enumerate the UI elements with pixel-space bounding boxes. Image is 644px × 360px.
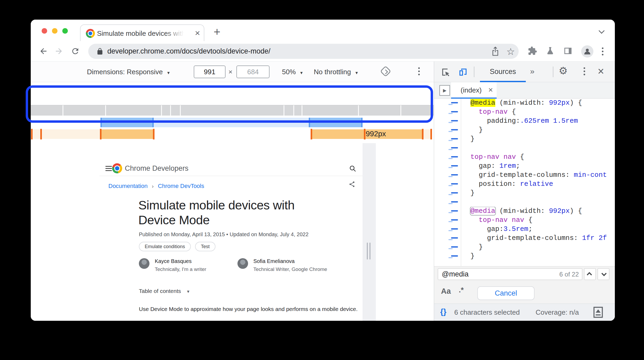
viewport-resize-handle[interactable] [367,243,368,260]
reload-icon[interactable] [70,46,81,56]
rotate-viewport-icon[interactable] [380,66,391,77]
zoom-select[interactable]: 50%▼ [282,68,303,76]
settings-gear-icon[interactable]: ⚙ [559,65,568,77]
chrome-developers-logo [112,163,122,173]
media-query-bar-min-width[interactable]: 992px [31,129,434,139]
code-line[interactable]: grid-template-columns: min-cont [434,171,615,180]
browser-menu-icon[interactable] [602,47,603,55]
bookmark-star-icon[interactable]: ☆ [506,46,515,57]
search-bar: @media 6 of 22 [434,266,615,282]
code-line[interactable] [434,144,615,153]
toolbar-divider [553,67,553,77]
topic-chip[interactable]: Emulate conditions [139,242,191,251]
throttling-select[interactable]: No throttling▼ [314,68,359,76]
next-match-button[interactable] [598,268,609,280]
code-line[interactable]: @media (min-width: 992px) { [434,99,615,108]
show-navigator-icon[interactable]: ▶ [439,85,450,96]
code-line[interactable]: } [434,126,615,135]
code-line[interactable]: position: relative [434,180,615,189]
viewport-right-gutter [363,143,376,321]
match-case-toggle[interactable]: Aa [441,287,451,296]
code-line[interactable]: grid-template-columns: 1fr 2f [434,234,615,243]
selection-status: 6 characters selected [454,308,520,317]
viewport-height-input[interactable]: 684 [236,65,270,78]
previous-match-button[interactable] [584,268,596,280]
code-line[interactable]: gap: 1rem; [434,162,615,171]
match-count: 6 of 22 [559,271,579,278]
code-line[interactable]: padding:.625rem 1.5rem [434,117,615,126]
code-line[interactable]: } [434,243,615,252]
code-line[interactable]: gap:3.5rem; [434,225,615,234]
share-icon[interactable] [491,46,500,57]
inspect-element-icon[interactable] [440,67,451,78]
code-line[interactable]: top-nav nav { [434,216,615,225]
tab-strip: Simulate mobile devices with D × + [31,20,615,41]
code-line[interactable]: } [434,189,615,198]
author-role: Technical Writer, Google Chrome [253,266,327,272]
dropdown-arrow-icon: ▼ [355,71,359,75]
cancel-button[interactable]: Cancel [477,286,535,300]
lock-icon [96,47,104,56]
url-toolbar: developer.chrome.com/docs/devtools/devic… [31,41,615,62]
search-icon[interactable] [349,165,356,173]
viewport-resize-handle[interactable] [369,243,370,260]
forward-icon[interactable] [54,46,64,56]
table-of-contents-toggle[interactable]: Table of contents▼ [139,288,190,294]
browser-tab[interactable]: Simulate mobile devices with D × [80,24,204,41]
file-tab-index[interactable]: (index) × [451,82,497,99]
coverage-status: Coverage: n/a [536,308,579,317]
tab-close-icon[interactable]: × [195,28,200,38]
topic-chip[interactable]: Test [195,242,215,251]
author-name[interactable]: Sofia Emelianova [253,258,327,264]
breadcrumb-link[interactable]: Documentation [108,183,148,189]
more-panels-icon[interactable]: » [530,67,535,76]
file-tab-close-icon[interactable]: × [488,85,493,94]
pretty-print-toggle[interactable]: {} [440,307,446,316]
mac-minimize-button[interactable] [52,28,58,34]
source-editor[interactable]: @media (min-width: 992px) { top-nav { pa… [434,99,615,266]
code-line[interactable]: @media (min-width: 992px) { [434,207,615,216]
share-icon[interactable] [349,181,355,189]
device-mode-toolbar: Dimensions: Responsive▼ 991 × 684 50%▼ N… [31,62,434,82]
mac-zoom-button[interactable] [62,28,68,34]
hamburger-menu-icon[interactable] [105,166,112,172]
site-name: Chrome Developers [125,164,188,173]
devtools-close-icon[interactable]: × [598,65,604,78]
labs-flask-icon[interactable] [546,46,555,57]
tab-search-chevron-icon[interactable] [599,28,605,34]
code-line[interactable]: } [434,135,615,144]
dropdown-arrow-icon: ▼ [186,289,190,294]
media-query-boundary-tick [422,129,424,139]
media-query-segment[interactable] [100,129,153,139]
mac-close-button[interactable] [42,28,47,34]
profile-avatar[interactable] [581,45,593,58]
media-query-boundary-tick [311,129,312,139]
address-bar[interactable]: developer.chrome.com/docs/devtools/devic… [88,44,519,59]
open-drawer-icon[interactable] [593,306,603,320]
search-input[interactable]: @media 6 of 22 [438,268,582,280]
code-line[interactable]: } [434,252,615,261]
author-name[interactable]: Kayce Basques [155,258,206,264]
devtools-toolbar: Sources » ⚙ × [434,62,615,82]
media-query-boundary-tick [31,129,33,139]
back-icon[interactable] [38,46,49,56]
breadcrumb-link[interactable]: Chrome DevTools [158,183,204,189]
side-panel-icon[interactable] [563,46,573,57]
breadcrumb: Documentation›Chrome DevTools [108,183,204,190]
code-line[interactable]: top-nav nav { [434,153,615,162]
device-toolbar-menu-icon[interactable] [418,67,420,75]
code-line[interactable] [434,198,615,207]
viewport-width-input[interactable]: 991 [194,65,226,78]
author-card: Kayce BasquesTechnically, I'm a writer [139,258,237,272]
search-controls: Aa .* Cancel [434,282,615,304]
new-tab-button[interactable]: + [214,27,220,37]
avatar [237,258,248,269]
code-line[interactable]: top-nav { [434,108,615,117]
tab-sources[interactable]: Sources [480,62,526,82]
devtools-panel: Sources » ⚙ × ▶ (index) × @media (min-wi… [434,62,615,321]
extensions-puzzle-icon[interactable] [528,46,537,57]
dimensions-select[interactable]: Dimensions: Responsive▼ [87,68,170,76]
devtools-menu-icon[interactable] [584,67,585,75]
regex-toggle[interactable]: .* [459,286,464,294]
device-toolbar-toggle-icon[interactable] [457,67,469,78]
